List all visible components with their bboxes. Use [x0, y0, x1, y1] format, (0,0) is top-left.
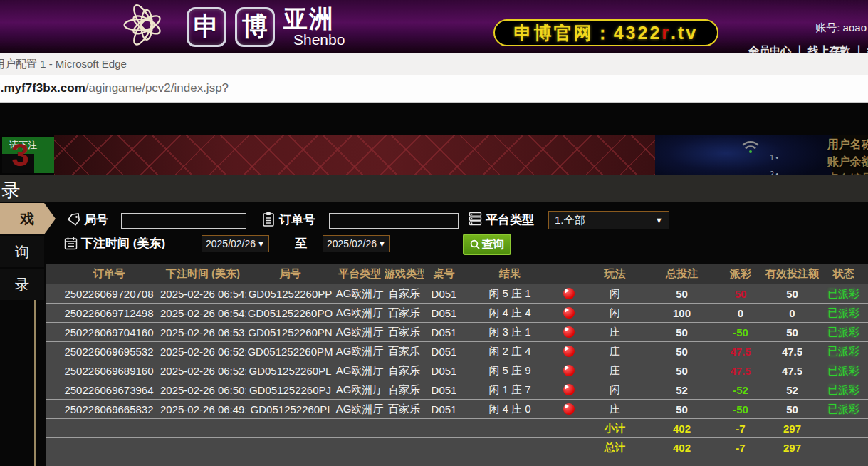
round-id-label: 局号: [84, 212, 108, 228]
cell-replay: [555, 365, 582, 376]
col-header: 总投注: [648, 267, 716, 281]
replay-button[interactable]: [563, 307, 575, 319]
cell-result: 闲 4 庄 0: [464, 403, 555, 416]
cell-round-id: GD051252260PN: [246, 326, 335, 338]
cell-bet-time: 2025-02-26 06:52:39: [160, 346, 246, 358]
cell-play: 庄: [582, 345, 648, 358]
cell-payout: 0: [716, 307, 765, 319]
sidebar-item[interactable]: 询: [0, 236, 44, 267]
cell-order-id: 250226069665832: [46, 403, 160, 415]
replay-button[interactable]: [563, 346, 575, 357]
cell-play: 庄: [582, 403, 648, 416]
replay-button[interactable]: [563, 384, 575, 395]
official-site-red-char: r: [662, 23, 671, 43]
replay-button[interactable]: [563, 403, 575, 415]
cell-round-id: GD051252260PJ: [246, 384, 335, 396]
col-header: 局号: [246, 267, 335, 281]
flower-logo-icon: [114, 0, 179, 53]
cell-platform: AG欧洲厅: [335, 383, 385, 397]
cell-play: 闲: [582, 287, 648, 301]
cell-game-type: 百家乐: [385, 306, 424, 320]
cell-platform: AG欧洲厅: [335, 403, 385, 416]
clipboard-icon: [262, 212, 275, 227]
order-id-input[interactable]: [329, 213, 459, 229]
cell-payout: 47.5: [716, 365, 765, 377]
platform-type-select[interactable]: 1.全部 ▼: [548, 211, 669, 229]
cell-platform: AG欧洲厅: [335, 326, 385, 339]
member-nav-links[interactable]: 会员中心 丨 线上存款 丨 线: [748, 44, 868, 53]
cell-platform: AG欧洲厅: [335, 287, 385, 301]
cell-valid-bet: 47.5: [765, 365, 819, 377]
date-from-select[interactable]: 2025/02/26 ▼: [202, 235, 269, 252]
cell-order-id: 250226069689160: [46, 365, 160, 377]
countdown-number: 3: [11, 140, 28, 171]
replay-button[interactable]: [563, 326, 575, 338]
window-title: 用户配置 1 - Microsoft Edge: [0, 58, 127, 71]
cell-status: 已派彩: [819, 326, 868, 339]
user-info-lines: 用户名称:账户余额:桌台编号:: [827, 136, 868, 175]
cell-total-bet: 52: [648, 384, 716, 396]
page-gap: [0, 103, 868, 135]
payout-sum: -7: [716, 442, 765, 454]
wifi-icon: [741, 140, 760, 154]
bet-history-table: 订单号下注时间 (美东)局号平台类型游戏类型桌号结果玩法总投注派彩有效投注额状态…: [46, 264, 868, 466]
cell-valid-bet: 50: [765, 288, 819, 300]
round-id-input[interactable]: [121, 213, 246, 229]
cell-total-bet: 50: [648, 403, 716, 415]
cell-platform: AG欧洲厅: [335, 306, 385, 320]
site-header: 申 博 亚洲 Shenbo 申博官网：4322r.tv 账号: aoao 会员中…: [0, 0, 868, 53]
cell-replay: [555, 384, 582, 395]
sidebar-item[interactable]: 录: [0, 269, 44, 300]
replay-button[interactable]: [563, 365, 575, 376]
to-label: 至: [295, 235, 307, 252]
cell-game-type: 百家乐: [385, 326, 424, 339]
url-text[interactable]: i.myf7f3bx.com/agingame/pcv2/index.jsp?: [0, 81, 229, 95]
cell-order-id: 250226069673964: [46, 384, 160, 396]
cell-table-no: D051: [424, 346, 464, 358]
official-site-banner: 申博官网：4322r.tv: [493, 19, 718, 46]
cell-round-id: GD051252260PO: [246, 307, 335, 319]
cell-valid-bet: 0: [765, 307, 819, 319]
cell-payout: -50: [716, 326, 765, 338]
table-row: 2502260696739642025-02-26 06:50:41GD0512…: [46, 380, 868, 400]
casino-background: [54, 135, 655, 175]
play-icon: [565, 326, 569, 332]
play-icon: [565, 346, 569, 351]
brand-latin: Shenbo: [293, 32, 345, 47]
cell-bet-time: 2025-02-26 06:49:54: [160, 403, 246, 415]
browser-url-bar[interactable]: i.myf7f3bx.com/agingame/pcv2/index.jsp?: [0, 75, 868, 103]
account-label: 账号: aoao: [815, 21, 867, 35]
sidebar-item[interactable]: 戏: [0, 203, 56, 234]
order-id-label: 订单号: [279, 212, 315, 228]
cell-result: 闲 4 庄 4: [464, 306, 555, 320]
grand-total-row: 总计402-7297: [46, 438, 868, 457]
cell-replay: [555, 326, 582, 338]
platform-type-label: 平台类型: [486, 212, 534, 228]
query-button[interactable]: 查询: [463, 234, 511, 255]
cell-table-no: D051: [424, 365, 464, 377]
total-bet-sum: 402: [648, 423, 716, 435]
cell-total-bet: 50: [648, 326, 716, 338]
subtotal-row: 小计402-7297: [46, 419, 868, 438]
section-header-bar: 录: [0, 175, 868, 202]
cell-play: 庄: [582, 364, 648, 378]
cell-payout: 47.5: [716, 346, 765, 358]
table-row: 2502260696955322025-02-26 06:52:39GD0512…: [46, 342, 868, 361]
minimize-button[interactable]: —: [852, 59, 862, 71]
cell-game-type: 百家乐: [385, 364, 424, 378]
url-domain: i.myf7f3bx.com: [0, 81, 85, 95]
col-header: 结果: [464, 267, 555, 281]
cell-status: 已派彩: [819, 306, 868, 320]
sidebar-divider: [34, 300, 36, 466]
cell-bet-time: 2025-02-26 06:54:09: [160, 307, 246, 319]
col-header: 游戏类型: [385, 267, 424, 281]
live-game-strip: 请下注 3 1 •2 • 用户名称:账户余额:桌台编号:: [0, 135, 868, 175]
cell-status: 已派彩: [819, 403, 868, 416]
cell-game-type: 百家乐: [385, 345, 424, 358]
replay-button[interactable]: [563, 288, 575, 299]
col-header: 桌号: [424, 267, 464, 281]
table-body: 2502260697207082025-02-26 06:54:55GD0512…: [46, 284, 868, 466]
cell-table-no: D051: [424, 326, 464, 338]
date-to-select[interactable]: 2025/02/26 ▼: [323, 235, 390, 252]
cell-table-no: D051: [424, 307, 464, 319]
